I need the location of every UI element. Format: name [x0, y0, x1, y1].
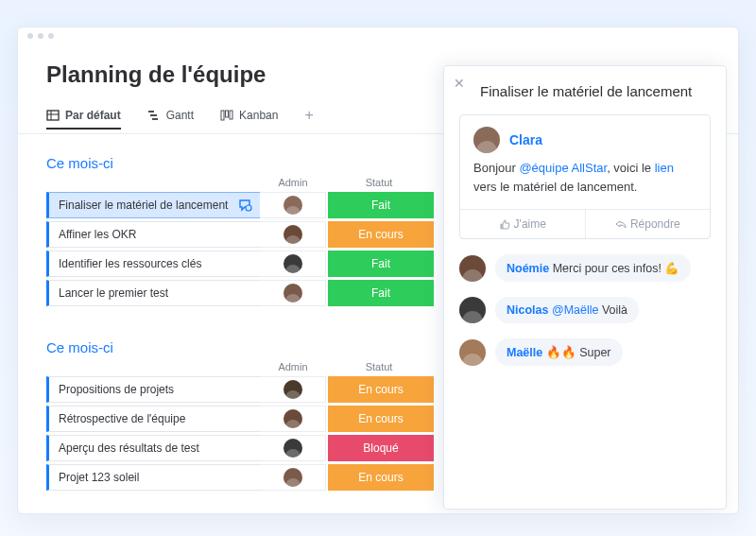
task-cell[interactable]: Rétrospective de l'équipe [46, 406, 260, 432]
task-cell[interactable]: Affiner les OKR [46, 221, 260, 248]
view-tab-kanban[interactable]: Kanban [220, 109, 278, 122]
status-cell[interactable]: En cours [328, 464, 434, 491]
add-view-button[interactable]: + [304, 107, 313, 124]
status-cell[interactable]: Fait [328, 192, 434, 218]
avatar [284, 196, 302, 215]
status-cell[interactable]: En cours [328, 406, 434, 432]
status-cell[interactable]: Fait [328, 251, 434, 277]
svg-rect-0 [47, 111, 59, 120]
svg-rect-7 [226, 111, 229, 117]
avatar [284, 284, 302, 303]
avatar [459, 339, 486, 366]
reply-bubble[interactable]: Nicolas @Maëlle Voilà [495, 297, 639, 323]
table-row[interactable]: Propositions de projets En cours [46, 376, 453, 403]
reply-bubble[interactable]: Maëlle 🔥🔥 Super [495, 338, 623, 366]
detail-panel: ✕ Finaliser le matériel de lancement Cla… [443, 65, 727, 510]
column-header-status: Statut [326, 177, 432, 188]
traffic-light-dot [38, 33, 43, 39]
section-title[interactable]: Ce mois-ci [46, 339, 453, 355]
table-row[interactable]: Finaliser le matériel de lancement Fait [46, 192, 453, 218]
thumb-icon [499, 218, 510, 230]
svg-rect-3 [148, 111, 154, 112]
admin-cell[interactable] [260, 221, 326, 248]
mention[interactable]: @équipe AllStar [519, 161, 607, 175]
view-tab-gantt[interactable]: Gantt [147, 109, 194, 122]
like-button[interactable]: J'aime [460, 210, 586, 238]
avatar [284, 468, 302, 487]
table-row[interactable]: Projet 123 soleil En cours [46, 464, 453, 491]
traffic-light-dot [48, 33, 54, 39]
gantt-icon [147, 109, 161, 122]
admin-cell[interactable] [260, 406, 326, 432]
task-cell[interactable]: Finaliser le matériel de lancement [46, 192, 260, 218]
panel-title: Finaliser le matériel de lancement [480, 83, 711, 99]
svg-rect-5 [152, 118, 158, 120]
svg-rect-6 [221, 111, 224, 120]
table-row[interactable]: Lancer le premier test Fait [46, 280, 453, 306]
table-icon [46, 109, 60, 122]
task-cell[interactable]: Projet 123 soleil [46, 464, 260, 491]
comment-body: Bonjour @équipe AllStar, voici le lien v… [460, 159, 710, 209]
task-cell[interactable]: Aperçu des résultats de test [46, 435, 260, 461]
table-row[interactable]: Aperçu des résultats de test Bloqué [46, 435, 453, 461]
avatar [459, 297, 486, 323]
svg-rect-4 [150, 114, 157, 116]
column-header-admin: Admin [260, 177, 326, 188]
avatar [473, 127, 500, 153]
avatar [284, 225, 302, 244]
status-cell[interactable]: Bloqué [328, 435, 434, 461]
kanban-icon [220, 109, 233, 122]
reply-icon [615, 218, 627, 230]
section-title[interactable]: Ce mois-ci [46, 155, 453, 171]
column-header-admin: Admin [260, 361, 326, 372]
chat-icon[interactable] [237, 198, 252, 213]
admin-cell[interactable] [260, 251, 326, 277]
admin-cell[interactable] [260, 435, 326, 461]
svg-rect-8 [230, 111, 232, 119]
task-cell[interactable]: Identifier les ressources clés [46, 251, 260, 277]
reply-user[interactable]: Nicolas [507, 303, 548, 317]
column-header-status: Statut [326, 361, 432, 372]
reply-bubble[interactable]: Noémie Merci pour ces infos! 💪 [495, 254, 691, 282]
avatar [284, 409, 302, 428]
reply-user[interactable]: Noémie [507, 262, 549, 275]
window-titlebar [18, 27, 738, 44]
task-cell[interactable]: Propositions de projets [46, 376, 260, 403]
comment-box: Clara Bonjour @équipe AllStar, voici le … [459, 114, 711, 239]
traffic-light-dot [27, 33, 33, 39]
view-tab-default[interactable]: Par défaut [46, 109, 121, 130]
close-icon[interactable]: ✕ [454, 76, 465, 91]
task-cell[interactable]: Lancer le premier test [46, 280, 260, 306]
mention[interactable]: @Maëlle [548, 303, 598, 317]
reply-button[interactable]: Répondre [586, 210, 711, 238]
commenter-name[interactable]: Clara [509, 132, 542, 147]
avatar [459, 255, 486, 282]
admin-cell[interactable] [260, 376, 326, 403]
svg-point-9 [246, 205, 251, 211]
admin-cell[interactable] [260, 192, 326, 218]
table-row[interactable]: Rétrospective de l'équipe En cours [46, 406, 453, 432]
reply-item: Noémie Merci pour ces infos! 💪 [459, 254, 711, 282]
avatar [284, 254, 302, 273]
reply-user[interactable]: Maëlle [507, 346, 542, 359]
avatar [284, 439, 302, 458]
status-cell[interactable]: En cours [328, 221, 434, 248]
table-row[interactable]: Affiner les OKR En cours [46, 221, 453, 248]
text-link[interactable]: lien [655, 161, 674, 175]
reply-item: Maëlle 🔥🔥 Super [459, 338, 711, 366]
admin-cell[interactable] [260, 464, 326, 491]
reply-item: Nicolas @Maëlle Voilà [459, 297, 711, 323]
status-cell[interactable]: En cours [328, 376, 434, 403]
admin-cell[interactable] [260, 280, 326, 306]
status-cell[interactable]: Fait [328, 280, 434, 306]
table-row[interactable]: Identifier les ressources clés Fait [46, 251, 453, 277]
avatar [284, 380, 302, 399]
